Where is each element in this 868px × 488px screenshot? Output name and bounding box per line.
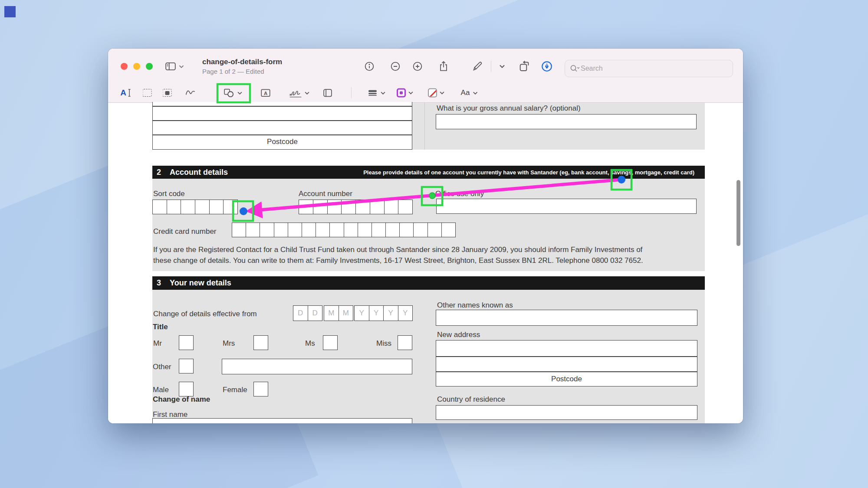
rotate-button[interactable] (518, 60, 530, 72)
share-button[interactable] (438, 60, 449, 72)
text-style-label: Aa (461, 88, 470, 97)
signature-icon (289, 88, 302, 98)
text-cursor-icon (127, 88, 132, 98)
credit-card-cells[interactable] (232, 223, 456, 237)
address-row-line (153, 120, 412, 121)
markup-toolbar-toggle[interactable] (541, 60, 553, 72)
sketch-tool[interactable] (185, 88, 196, 98)
section2-number: 2 (157, 168, 161, 177)
paragraph-line2: these change of details. You can write t… (153, 255, 643, 266)
wallpaper-corner-square (4, 6, 16, 17)
female-label: Female (223, 386, 247, 394)
chevron-down-icon (473, 91, 477, 95)
address-row-line (436, 371, 697, 372)
title-mr-checkbox[interactable] (179, 335, 194, 350)
other-label: Other (153, 363, 171, 371)
chevron-down-icon (500, 64, 505, 69)
change-of-name-label: Change of name (153, 395, 210, 404)
zoom-in-button[interactable] (412, 61, 423, 72)
smart-selection-tool[interactable] (163, 89, 172, 97)
sketch-icon (185, 88, 196, 98)
address-box[interactable]: Postcode (152, 102, 412, 150)
smart-selection-icon (163, 89, 172, 97)
new-postcode-label: Postcode (436, 375, 697, 383)
toolbar-divider (491, 61, 491, 72)
shape-style-button[interactable] (367, 88, 385, 98)
search-icon (569, 64, 580, 73)
search-input[interactable] (580, 64, 712, 73)
new-address-box[interactable]: Postcode (436, 340, 697, 386)
zoom-button[interactable] (146, 63, 153, 70)
title-mrs-checkbox[interactable] (253, 335, 268, 350)
shapes-tool[interactable] (223, 88, 242, 98)
other-names-input-box[interactable] (436, 310, 697, 326)
salary-input-box[interactable] (436, 114, 697, 129)
date-day-cells[interactable]: DD (293, 305, 322, 321)
info-button[interactable] (364, 61, 375, 72)
pen-options-chevron[interactable] (500, 64, 505, 69)
minimize-button[interactable] (133, 63, 140, 70)
zoom-out-button[interactable] (390, 61, 401, 72)
date-month-cells[interactable]: MM (324, 305, 353, 321)
sort-code-cells[interactable] (152, 200, 238, 214)
address-row-line (436, 356, 697, 357)
section3-number: 3 (157, 278, 161, 288)
fill-color-button[interactable] (428, 88, 444, 98)
chevron-down-icon (408, 91, 413, 95)
office-use-box[interactable] (436, 199, 697, 214)
new-address-label: New address (437, 331, 480, 339)
other-checkbox[interactable] (179, 359, 194, 373)
country-label: Country of residence (437, 395, 505, 404)
text-box-tool[interactable]: A (260, 88, 271, 98)
close-button[interactable] (121, 63, 128, 70)
credit-card-label: Credit card number (153, 227, 217, 236)
desktop: change-of-details-form Page 1 of 2 — Edi… (0, 0, 868, 488)
document-title: change-of-details-form (202, 58, 282, 66)
text-selection-icon: A (120, 88, 126, 98)
section3-header: 3 Your new details (152, 276, 705, 290)
border-color-button[interactable] (397, 88, 413, 98)
fill-color-icon (428, 88, 437, 98)
country-input-box[interactable] (436, 405, 697, 420)
chevron-down-icon (381, 91, 385, 95)
address-row-line (153, 106, 412, 107)
effective-from-label: Change of details effective from (153, 310, 257, 318)
female-checkbox[interactable] (253, 382, 268, 396)
text-selection-tool[interactable]: A (120, 88, 132, 98)
date-year-cells[interactable]: YY YY (354, 305, 413, 321)
child-trust-paragraph: If you are the Registered Contact for a … (153, 244, 643, 266)
address-row-line (153, 134, 412, 135)
highlight-pen-button[interactable] (472, 61, 483, 72)
rect-selection-tool[interactable] (143, 89, 152, 97)
search-field[interactable] (565, 60, 733, 77)
share-icon (438, 60, 449, 72)
pencil-icon (472, 61, 483, 72)
title-miss-label: Miss (376, 339, 391, 348)
other-title-input-box[interactable] (222, 359, 412, 374)
paragraph-line1: If you are the Registered Contact for a … (153, 244, 643, 255)
title-mrs-label: Mrs (223, 339, 235, 348)
title-ms-checkbox[interactable] (323, 335, 338, 350)
male-label: Male (153, 386, 169, 394)
text-style-button[interactable]: Aa (461, 88, 478, 97)
preview-window: change-of-details-form Page 1 of 2 — Edi… (108, 49, 743, 423)
window-header: change-of-details-form Page 1 of 2 — Edi… (108, 49, 743, 103)
rotate-icon (518, 60, 530, 72)
pdf-page: Postcode What is your gross annual salar… (108, 103, 738, 423)
account-number-cells[interactable] (299, 200, 413, 214)
zoom-out-icon (390, 61, 401, 72)
title-miss-checkbox[interactable] (398, 335, 412, 350)
note-tool[interactable] (322, 88, 333, 98)
stroke-style-icon (367, 88, 378, 98)
account-number-label: Account number (299, 190, 352, 198)
sidebar-toggle[interactable] (164, 61, 184, 72)
chevron-down-icon (237, 91, 242, 95)
male-checkbox[interactable] (179, 382, 194, 396)
text-box-icon: A (260, 88, 271, 98)
sign-tool[interactable] (289, 88, 309, 98)
chevron-down-icon (305, 91, 309, 95)
title-group-label: Title (153, 323, 168, 331)
shapes-icon (223, 88, 235, 98)
vertical-scrollbar[interactable] (736, 180, 740, 246)
first-name-input-box[interactable] (152, 418, 412, 423)
